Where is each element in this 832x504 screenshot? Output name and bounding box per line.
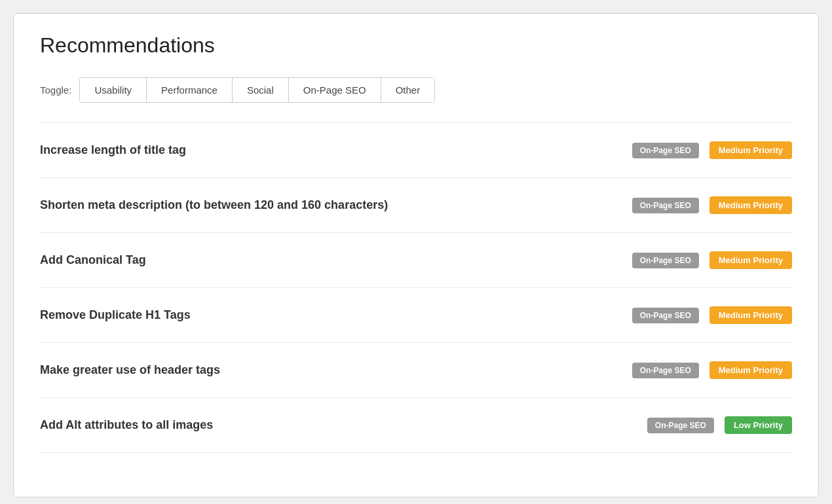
page-title: Recommendations — [40, 33, 792, 58]
rec-badges: On-Page SEOMedium Priority — [632, 251, 792, 269]
badge-priority: Low Priority — [725, 416, 792, 434]
toggle-tab-social[interactable]: Social — [233, 78, 289, 102]
badge-priority: Medium Priority — [709, 251, 792, 269]
rec-badges: On-Page SEOMedium Priority — [632, 141, 792, 159]
badge-category: On-Page SEO — [632, 363, 699, 378]
recommendation-row: Increase length of title tagOn-Page SEOM… — [40, 122, 792, 178]
rec-badges: On-Page SEOMedium Priority — [632, 361, 792, 379]
toggle-tab-on-page-seo[interactable]: On-Page SEO — [289, 78, 381, 102]
recommendations-list: Increase length of title tagOn-Page SEOM… — [40, 122, 792, 453]
recommendation-row: Shorten meta description (to between 120… — [40, 178, 792, 233]
recommendation-row: Add Canonical TagOn-Page SEOMedium Prior… — [40, 233, 792, 288]
recommendation-row: Make greater use of header tagsOn-Page S… — [40, 343, 792, 398]
toggle-tabs: UsabilityPerformanceSocialOn-Page SEOOth… — [79, 77, 435, 103]
badge-category: On-Page SEO — [632, 308, 699, 323]
toggle-row: Toggle: UsabilityPerformanceSocialOn-Pag… — [40, 77, 792, 103]
badge-priority: Medium Priority — [709, 306, 792, 324]
rec-title: Increase length of title tag — [40, 143, 632, 157]
page-container: Recommendations Toggle: UsabilityPerform… — [13, 13, 819, 497]
badge-priority: Medium Priority — [709, 141, 792, 159]
rec-title: Shorten meta description (to between 120… — [40, 198, 632, 212]
toggle-tab-usability[interactable]: Usability — [80, 78, 147, 102]
badge-category: On-Page SEO — [632, 198, 699, 213]
rec-badges: On-Page SEOMedium Priority — [632, 306, 792, 324]
rec-title: Add Canonical Tag — [40, 253, 632, 267]
badge-category: On-Page SEO — [632, 253, 699, 268]
toggle-tab-performance[interactable]: Performance — [147, 78, 233, 102]
badge-priority: Medium Priority — [709, 361, 792, 379]
toggle-tab-other[interactable]: Other — [381, 78, 435, 102]
badge-priority: Medium Priority — [709, 196, 792, 214]
recommendation-row: Add Alt attributes to all imagesOn-Page … — [40, 398, 792, 453]
rec-badges: On-Page SEOMedium Priority — [632, 196, 792, 214]
badge-category: On-Page SEO — [632, 143, 699, 158]
toggle-label: Toggle: — [40, 84, 71, 96]
rec-title: Make greater use of header tags — [40, 363, 632, 377]
recommendation-row: Remove Duplicate H1 TagsOn-Page SEOMediu… — [40, 288, 792, 343]
rec-badges: On-Page SEOLow Priority — [647, 416, 792, 434]
rec-title: Add Alt attributes to all images — [40, 418, 647, 432]
rec-title: Remove Duplicate H1 Tags — [40, 308, 632, 322]
badge-category: On-Page SEO — [647, 418, 714, 433]
